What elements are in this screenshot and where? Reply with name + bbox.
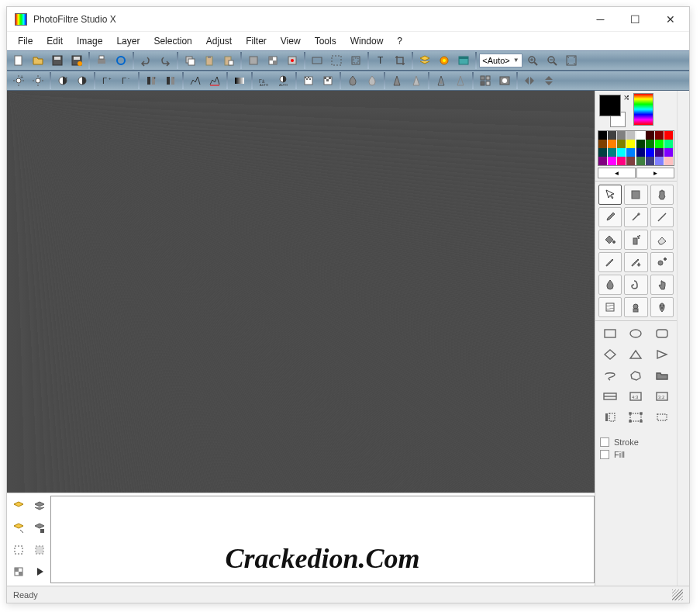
brightness-minus-icon[interactable]: - bbox=[29, 72, 47, 89]
dither-icon[interactable] bbox=[299, 72, 318, 89]
shape-rect[interactable] bbox=[598, 324, 622, 343]
explorer-icon[interactable] bbox=[454, 52, 473, 69]
palette-next[interactable]: ► bbox=[636, 168, 674, 178]
palette-prev[interactable]: ◄ bbox=[598, 168, 636, 178]
fg-bg-swatch[interactable]: ⤭ bbox=[598, 93, 632, 127]
palette-swatch[interactable] bbox=[598, 140, 607, 148]
menu-tools[interactable]: Tools bbox=[309, 33, 343, 49]
palette-swatch[interactable] bbox=[664, 140, 673, 148]
menu-window[interactable]: Window bbox=[344, 33, 390, 49]
preview-strip[interactable]: Crackedion.Com bbox=[50, 496, 595, 583]
finger-tool[interactable] bbox=[650, 275, 674, 295]
stroke-checkbox[interactable]: Stroke bbox=[600, 437, 672, 447]
resize-grip[interactable] bbox=[672, 590, 683, 600]
palette-swatch[interactable] bbox=[608, 131, 616, 140]
shape-rounded[interactable] bbox=[650, 324, 674, 343]
palette-swatch[interactable] bbox=[617, 140, 626, 148]
auto-level-icon[interactable]: Γ±AUTO bbox=[255, 72, 274, 89]
photomask-icon[interactable] bbox=[495, 72, 514, 89]
menu-edit[interactable]: Edit bbox=[40, 33, 69, 49]
eraser-tool[interactable] bbox=[650, 230, 674, 250]
menu-view[interactable]: View bbox=[274, 33, 307, 49]
saturation-minus-icon[interactable]: - bbox=[161, 72, 180, 89]
image-size-icon[interactable] bbox=[308, 52, 326, 69]
palette-swatch[interactable] bbox=[664, 148, 673, 157]
layer-open-icon[interactable] bbox=[10, 520, 27, 537]
palette-swatch[interactable] bbox=[636, 148, 645, 157]
menu-help[interactable]: ? bbox=[391, 33, 409, 49]
smudge-tool[interactable] bbox=[624, 275, 647, 295]
palette-swatch[interactable] bbox=[617, 157, 626, 165]
fill-tool[interactable] bbox=[598, 230, 622, 250]
palette-swatch[interactable] bbox=[646, 140, 654, 148]
palette-swatch[interactable] bbox=[608, 157, 616, 165]
fullscreen-icon[interactable] bbox=[562, 52, 581, 69]
variations-icon[interactable] bbox=[476, 72, 495, 89]
shape-triangle[interactable] bbox=[624, 345, 647, 364]
paste-special-icon[interactable] bbox=[219, 52, 238, 69]
open-icon[interactable] bbox=[29, 52, 47, 69]
layers-icon[interactable] bbox=[416, 52, 434, 69]
menu-selection[interactable]: Selection bbox=[147, 33, 198, 49]
minimize-button[interactable]: ─ bbox=[583, 9, 618, 30]
palette-swatch[interactable] bbox=[655, 148, 664, 157]
relief-minus-icon[interactable] bbox=[451, 72, 470, 89]
layer-dup-icon[interactable] bbox=[31, 498, 48, 515]
shape-folder[interactable] bbox=[650, 366, 674, 385]
paste-icon[interactable] bbox=[200, 52, 219, 69]
menu-filter[interactable]: Filter bbox=[240, 33, 273, 49]
contrast-plus-icon[interactable]: + bbox=[53, 72, 72, 89]
palette-swatch[interactable] bbox=[626, 157, 635, 165]
brush-tool[interactable] bbox=[598, 252, 622, 272]
histogram-stretch-icon[interactable] bbox=[205, 72, 224, 89]
saturation-plus-icon[interactable]: + bbox=[142, 72, 160, 89]
new-icon[interactable] bbox=[9, 52, 28, 69]
save-as-icon[interactable] bbox=[67, 52, 86, 69]
shape-ellipse[interactable] bbox=[624, 324, 647, 343]
palette-swatch[interactable] bbox=[655, 157, 664, 165]
shape-lasso[interactable] bbox=[598, 366, 622, 385]
palette-swatch[interactable] bbox=[655, 131, 664, 140]
ratio-32[interactable]: 3:2 bbox=[650, 387, 674, 406]
menu-layer[interactable]: Layer bbox=[110, 33, 146, 49]
eyedropper-tool[interactable] bbox=[598, 207, 622, 227]
magic-wand-tool[interactable] bbox=[624, 207, 647, 227]
palette-swatch[interactable] bbox=[646, 148, 654, 157]
free-sel-icon[interactable] bbox=[650, 408, 674, 427]
sharpen-more-icon[interactable] bbox=[407, 72, 426, 89]
fill-checkbox[interactable]: Fill bbox=[600, 450, 672, 459]
grayscale-icon[interactable] bbox=[230, 72, 249, 89]
palette-swatch[interactable] bbox=[636, 131, 645, 140]
palette-swatch[interactable] bbox=[617, 131, 626, 140]
sharpen-icon[interactable] bbox=[388, 72, 406, 89]
relief-icon[interactable] bbox=[432, 72, 450, 89]
ratio-43[interactable]: 4:3 bbox=[624, 387, 647, 406]
layer-play-icon[interactable] bbox=[31, 563, 48, 580]
layer-checker-icon[interactable] bbox=[264, 52, 282, 69]
twain-icon[interactable] bbox=[112, 52, 130, 69]
vertical-scrollbar[interactable] bbox=[677, 91, 689, 586]
auto-contrast-icon[interactable]: AUTO bbox=[274, 72, 293, 89]
palette-swatch[interactable] bbox=[608, 148, 616, 157]
blur-icon[interactable] bbox=[343, 72, 362, 89]
palette-swatch[interactable] bbox=[608, 140, 616, 148]
zoom-out-icon[interactable] bbox=[543, 52, 561, 69]
palette-swatch[interactable] bbox=[626, 140, 635, 148]
save-icon[interactable] bbox=[48, 52, 67, 69]
palette-swatch[interactable] bbox=[626, 131, 635, 140]
contrast-minus-icon[interactable]: - bbox=[73, 72, 91, 89]
palette-swatch[interactable] bbox=[646, 131, 654, 140]
shape-rtriangle[interactable] bbox=[650, 345, 674, 364]
palette-swatch[interactable] bbox=[617, 148, 626, 157]
nozzle-tool[interactable] bbox=[650, 297, 674, 317]
histogram-icon[interactable] bbox=[186, 72, 205, 89]
flip-h-icon[interactable] bbox=[520, 72, 539, 89]
palette-swatch[interactable] bbox=[655, 140, 664, 148]
swap-colors-icon[interactable]: ⤭ bbox=[623, 93, 629, 102]
palette-swatch[interactable] bbox=[636, 140, 645, 148]
text-icon[interactable]: T bbox=[371, 52, 390, 69]
zoom-in-icon[interactable] bbox=[523, 52, 542, 69]
layer-hide-icon[interactable] bbox=[31, 541, 48, 558]
canvas[interactable] bbox=[7, 91, 595, 493]
foreground-color[interactable] bbox=[599, 95, 621, 116]
